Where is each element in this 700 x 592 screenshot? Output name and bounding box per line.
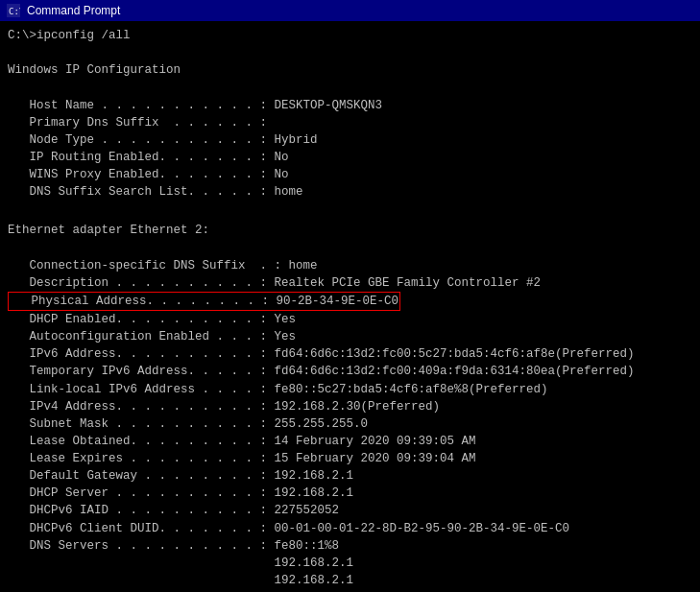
blank2	[8, 79, 692, 96]
title-bar: C:\ Command Prompt	[0, 0, 700, 21]
ipv4-address: IPv4 Address. . . . . . . . . . : 192.16…	[8, 398, 692, 415]
ip-routing: IP Routing Enabled. . . . . . . : No	[8, 149, 692, 166]
autoconfig: Autoconfiguration Enabled . . . : Yes	[8, 328, 692, 345]
ethernet-header: Ethernet adapter Ethernet 2:	[8, 222, 692, 239]
host-name: Host Name . . . . . . . . . . . : DESKTO…	[8, 97, 692, 114]
dhcp-enabled: DHCP Enabled. . . . . . . . . . : Yes	[8, 311, 692, 328]
ipv6-address: IPv6 Address. . . . . . . . . . : fd64:6…	[8, 345, 692, 363]
wins-proxy: WINS Proxy Enabled. . . . . . . : No	[8, 166, 692, 183]
physical-address-row: Physical Address. . . . . . . . : 90-2B-…	[8, 292, 692, 311]
svg-text:C:\: C:\	[9, 7, 20, 16]
primary-dns-suffix: Primary Dns Suffix . . . . . . :	[8, 114, 692, 131]
temp-ipv6: Temporary IPv6 Address. . . . . : fd64:6…	[8, 363, 692, 380]
dhcp-server: DHCP Server . . . . . . . . . . : 192.16…	[8, 485, 692, 502]
command-line: C:\>ipconfig /all	[8, 27, 692, 44]
dhcpv6-client-duid: DHCPv6 Client DUID. . . . . . . : 00-01-…	[8, 520, 692, 537]
windows-ip-config: Windows IP Configuration	[8, 61, 692, 79]
dns-servers-2: 192.168.2.1	[8, 555, 692, 572]
dns-servers-3: 192.168.2.1	[8, 572, 692, 589]
console-area: C:\>ipconfig /all Windows IP Configurati…	[0, 21, 700, 592]
lease-expires: Lease Expires . . . . . . . . . : 15 Feb…	[8, 450, 692, 467]
lease-obtained: Lease Obtained. . . . . . . . . : 14 Feb…	[8, 433, 692, 450]
blank4	[8, 240, 692, 257]
dhcpv6-iaid: DHCPv6 IAID . . . . . . . . . . : 227552…	[8, 502, 692, 519]
subnet-mask: Subnet Mask . . . . . . . . . . : 255.25…	[8, 415, 692, 433]
cmd-icon: C:\	[6, 3, 21, 18]
physical-address-highlight: Physical Address. . . . . . . . : 90-2B-…	[8, 292, 400, 311]
blank1	[8, 44, 692, 61]
link-local: Link-local IPv6 Address . . . . : fe80::…	[8, 381, 692, 398]
dns-suffix-search: DNS Suffix Search List. . . . . : home	[8, 183, 692, 201]
dns-servers-1: DNS Servers . . . . . . . . . . : fe80::…	[8, 537, 692, 555]
blank3	[8, 201, 692, 218]
default-gateway: Default Gateway . . . . . . . . : 192.16…	[8, 467, 692, 485]
description: Description . . . . . . . . . . : Realte…	[8, 274, 692, 292]
title-bar-label: Command Prompt	[27, 4, 120, 17]
conn-specific-dns: Connection-specific DNS Suffix . : home	[8, 257, 692, 274]
node-type: Node Type . . . . . . . . . . . : Hybrid	[8, 131, 692, 149]
